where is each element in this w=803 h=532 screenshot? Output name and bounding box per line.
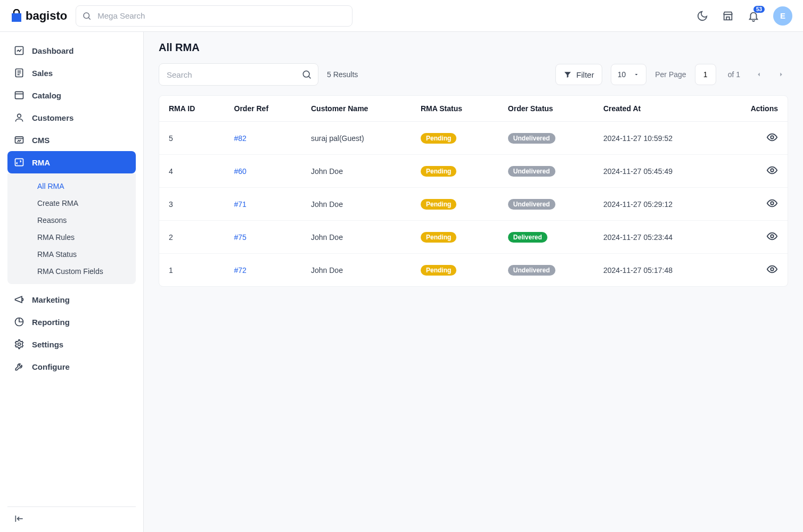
svg-point-10	[771, 136, 774, 139]
sidebar-item-label: Marketing	[32, 295, 70, 304]
cell-created-at: 2024-11-27 05:23:44	[594, 221, 720, 254]
view-action[interactable]	[766, 230, 778, 242]
sidebar-item-catalog[interactable]: Catalog	[7, 84, 136, 106]
sidebar-item-label: Sales	[32, 69, 53, 78]
per-page-label: Per Page	[655, 70, 686, 79]
order-status-badge: Undelivered	[508, 265, 555, 276]
column-header[interactable]: Created At	[594, 96, 720, 122]
top-icons: 53 E	[697, 6, 792, 26]
column-header[interactable]: Customer Name	[301, 96, 411, 122]
sidebar-subitem-create-rma[interactable]: Create RMA	[7, 195, 136, 212]
rma-table: RMA IDOrder RefCustomer NameRMA StatusOr…	[159, 96, 788, 286]
page-number-input[interactable]	[695, 64, 716, 85]
dashboard-icon	[14, 45, 24, 56]
sidebar-item-reporting[interactable]: Reporting	[7, 311, 136, 333]
sidebar-item-settings[interactable]: Settings	[7, 333, 136, 355]
sidebar-item-configure[interactable]: Configure	[7, 355, 136, 378]
sidebar-item-cms[interactable]: CMS	[7, 129, 136, 151]
cell-rma-id: 4	[159, 155, 225, 188]
sidebar-item-customers[interactable]: Customers	[7, 106, 136, 129]
table-row: 2#75John DoePendingDelivered2024-11-27 0…	[159, 221, 788, 254]
sidebar-subitem-all-rma[interactable]: All RMA	[7, 178, 136, 195]
cell-customer: John Doe	[301, 254, 411, 287]
sidebar-item-dashboard[interactable]: Dashboard	[7, 39, 136, 62]
dark-mode-toggle[interactable]	[697, 10, 708, 22]
order-ref-link[interactable]: #75	[234, 233, 247, 242]
column-header[interactable]: RMA ID	[159, 96, 225, 122]
store-icon	[722, 10, 734, 22]
sidebar-subitem-rma-rules[interactable]: RMA Rules	[7, 229, 136, 246]
sidebar: DashboardSalesCatalogCustomersCMSRMAAll …	[0, 32, 144, 532]
cell-customer: John Doe	[301, 188, 411, 221]
reporting-icon	[14, 317, 24, 327]
order-ref-link[interactable]: #71	[234, 200, 247, 209]
cell-rma-id: 1	[159, 254, 225, 287]
cell-rma-id: 3	[159, 188, 225, 221]
brand-logo[interactable]: bagisto	[11, 9, 67, 23]
sidebar-item-label: Customers	[32, 113, 73, 122]
sidebar-item-sales[interactable]: Sales	[7, 62, 136, 84]
mega-search-input[interactable]	[76, 5, 353, 27]
notifications-button[interactable]: 53	[748, 10, 759, 22]
view-action[interactable]	[766, 197, 778, 209]
sidebar-subitem-rma-custom-fields[interactable]: RMA Custom Fields	[7, 263, 136, 280]
page-size-select[interactable]: 10	[611, 64, 647, 85]
collapse-sidebar-button[interactable]	[14, 513, 24, 524]
table-search-input[interactable]	[159, 63, 318, 86]
column-header[interactable]: RMA Status	[411, 96, 498, 122]
results-count: 5 Results	[327, 70, 358, 79]
svg-point-8	[18, 343, 21, 346]
avatar-initial: E	[780, 11, 785, 20]
prev-page-button[interactable]	[752, 71, 766, 78]
order-status-badge: Undelivered	[508, 166, 555, 177]
sidebar-item-rma[interactable]: RMA	[7, 151, 136, 173]
filter-button[interactable]: Filter	[555, 64, 602, 85]
order-ref-link[interactable]: #72	[234, 266, 247, 275]
sidebar-item-label: Settings	[32, 340, 63, 349]
page-title: All RMA	[159, 41, 788, 54]
sidebar-item-label: Dashboard	[32, 46, 73, 55]
cell-created-at: 2024-11-27 10:59:52	[594, 122, 720, 155]
view-action[interactable]	[766, 263, 778, 275]
svg-point-12	[771, 202, 774, 205]
svg-rect-3	[15, 92, 23, 98]
search-icon[interactable]	[301, 69, 312, 80]
chevron-left-icon	[755, 71, 763, 78]
table-row: 1#72John DoePendingUndelivered2024-11-27…	[159, 254, 788, 287]
eye-icon	[766, 263, 778, 275]
sidebar-subitem-rma-status[interactable]: RMA Status	[7, 246, 136, 263]
column-header[interactable]: Order Status	[498, 96, 594, 122]
cell-customer: suraj pal(Guest)	[301, 122, 411, 155]
collapse-icon	[14, 513, 24, 524]
view-action[interactable]	[766, 164, 778, 176]
rma-status-badge: Pending	[421, 232, 456, 243]
column-header[interactable]: Order Ref	[225, 96, 302, 122]
brand-name: bagisto	[26, 9, 67, 23]
svg-point-13	[771, 235, 774, 238]
store-link[interactable]	[722, 10, 734, 22]
cell-customer: John Doe	[301, 221, 411, 254]
bag-icon	[11, 9, 22, 23]
toolbar: 5 Results Filter 10 Per Page of 1	[159, 63, 788, 86]
order-status-badge: Undelivered	[508, 133, 555, 144]
rma-status-badge: Pending	[421, 133, 456, 144]
sidebar-item-label: CMS	[32, 136, 50, 145]
sidebar-item-marketing[interactable]: Marketing	[7, 288, 136, 311]
order-ref-link[interactable]: #82	[234, 134, 247, 143]
svg-rect-6	[15, 159, 23, 165]
eye-icon	[766, 230, 778, 242]
column-header[interactable]: Actions	[720, 96, 788, 122]
view-action[interactable]	[766, 131, 778, 143]
rma-status-badge: Pending	[421, 199, 456, 210]
next-page-button[interactable]	[774, 71, 788, 78]
cms-icon	[14, 135, 24, 145]
sidebar-subitem-reasons[interactable]: Reasons	[7, 212, 136, 229]
user-avatar[interactable]: E	[773, 6, 792, 26]
marketing-icon	[14, 294, 24, 305]
cell-created-at: 2024-11-27 05:17:48	[594, 254, 720, 287]
cell-customer: John Doe	[301, 155, 411, 188]
eye-icon	[766, 164, 778, 176]
svg-point-0	[84, 13, 89, 19]
order-ref-link[interactable]: #60	[234, 167, 247, 176]
page-total: of 1	[725, 70, 743, 79]
